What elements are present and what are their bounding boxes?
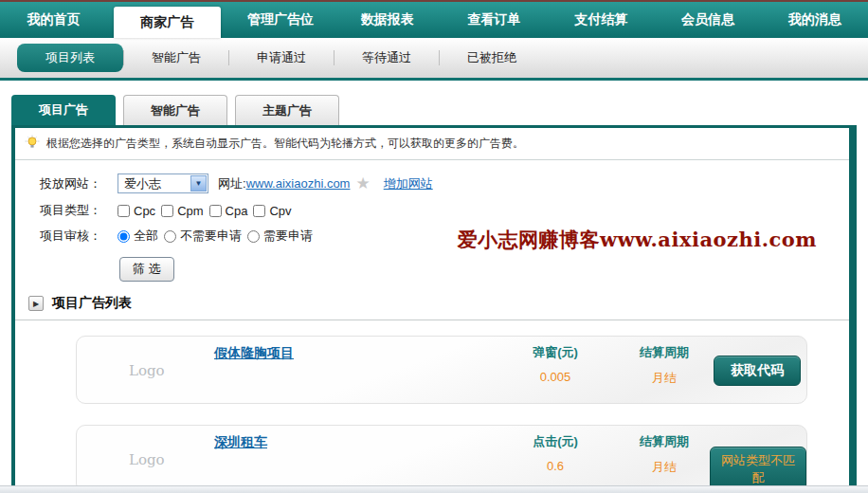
collapse-arrow-icon[interactable]: ▶: [28, 296, 44, 311]
ad-logo-placeholder: Logo: [129, 451, 165, 468]
site-label: 投放网站：: [40, 175, 118, 192]
watermark-text: 爱小志网赚博客www.aixiaozhi.com: [457, 227, 817, 253]
subnav-rejected[interactable]: 已被拒绝: [440, 49, 544, 66]
subnav-divider: [0, 78, 868, 81]
cpv-checkbox[interactable]: [253, 205, 265, 217]
site-select[interactable]: 爱小志 ▼: [118, 173, 208, 193]
checkbox-cpm[interactable]: Cpm: [161, 204, 203, 218]
filter-button[interactable]: 筛 选: [119, 257, 174, 282]
subnav-pending[interactable]: 等待通过: [335, 49, 439, 66]
filter-area: 投放网站： 爱小志 ▼ 网址: www.aixiaozhi.com ★ 增加网站…: [15, 160, 849, 282]
tab-theme-ads[interactable]: 主题广告: [235, 95, 339, 125]
nav-my-messages[interactable]: 我的消息: [761, 2, 868, 38]
url-label: 网址:: [218, 175, 246, 192]
checkbox-cpc[interactable]: Cpc: [118, 204, 155, 218]
radio-need-apply[interactable]: 需要申请: [247, 228, 313, 245]
nav-data-reports[interactable]: 数据报表: [334, 2, 441, 38]
tab-project-ads[interactable]: 项目广告: [11, 95, 116, 125]
cycle-header: 结算周期: [612, 433, 716, 450]
no-apply-radio[interactable]: [164, 230, 176, 243]
price-value: 0.6: [503, 459, 607, 473]
ad-type-tabs: 项目广告 智能广告 主题广告: [11, 95, 857, 125]
notice-bar: 根据您选择的广告类型，系统自动显示广告。智能代码为轮播方式，可以获取的更多的广告…: [15, 128, 849, 160]
no-apply-label: 不需要申请: [180, 228, 242, 245]
ad-name-link[interactable]: 假体隆胸项目: [214, 345, 294, 362]
need-apply-radio[interactable]: [247, 230, 260, 243]
cycle-header: 结算周期: [612, 344, 716, 361]
cpm-checkbox[interactable]: [161, 205, 173, 217]
ad-price-column: 点击(元) 0.6: [503, 433, 607, 473]
panel-body: 根据您选择的广告类型，系统自动显示广告。智能代码为轮播方式，可以获取的更多的广告…: [11, 125, 857, 485]
nav-merchant-ads[interactable]: 商家广告: [114, 7, 221, 38]
section-header: ▶ 项目广告列表: [15, 295, 849, 320]
chevron-down-icon: ▼: [190, 175, 207, 192]
ad-price-column: 弹窗(元) 0.005: [503, 344, 607, 384]
ad-cycle-column: 结算周期 月结: [612, 433, 716, 476]
all-label: 全部: [134, 228, 158, 245]
radio-all[interactable]: 全部: [118, 228, 158, 245]
add-site-link[interactable]: 增加网站: [384, 175, 433, 192]
ad-list-item: Logo 深圳租车 点击(元) 0.6 结算周期 月结 网站类型不匹配: [76, 425, 807, 493]
price-header: 点击(元): [503, 433, 607, 450]
need-apply-label: 需要申请: [263, 228, 313, 245]
nav-member-info[interactable]: 会员信息: [655, 2, 762, 38]
nav-payment-settlement[interactable]: 支付结算: [548, 2, 655, 38]
nav-manage-ad-slots[interactable]: 管理广告位: [227, 2, 335, 38]
site-select-value: 爱小志: [124, 175, 161, 192]
subnav-project-list[interactable]: 项目列表: [17, 44, 123, 72]
radio-no-apply[interactable]: 不需要申请: [164, 228, 242, 245]
checkbox-cpv[interactable]: Cpv: [253, 204, 291, 218]
cpm-label: Cpm: [177, 204, 203, 218]
ad-name-link[interactable]: 深圳租车: [214, 434, 267, 451]
price-value: 0.005: [503, 370, 607, 384]
subnav-smart-ads[interactable]: 智能广告: [124, 49, 228, 66]
cpc-checkbox[interactable]: [118, 205, 130, 217]
main-panel: 项目广告 智能广告 主题广告 根据您选择的广告类型，系统自动显示广告。智能代码为…: [11, 95, 857, 485]
cycle-value: 月结: [612, 370, 716, 387]
lightbulb-icon: [25, 135, 40, 153]
review-label: 项目审核：: [40, 228, 118, 245]
cpv-label: Cpv: [269, 204, 291, 218]
ad-list-item: Logo 假体隆胸项目 弹窗(元) 0.005 结算周期 月结 获取代码: [76, 336, 807, 404]
cpa-checkbox[interactable]: [209, 205, 222, 217]
ad-logo-placeholder: Logo: [129, 362, 165, 379]
price-header: 弹窗(元): [503, 344, 607, 361]
type-label: 项目类型：: [40, 202, 118, 219]
browser-status-bar: [0, 485, 868, 493]
nav-my-home[interactable]: 我的首页: [0, 2, 107, 38]
top-navigation: 我的首页 商家广告 管理广告位 数据报表 查看订单 支付结算 会员信息 我的消息: [0, 2, 868, 38]
nav-view-orders[interactable]: 查看订单: [441, 2, 548, 38]
site-url-link[interactable]: www.aixiaozhi.com: [246, 176, 351, 191]
notice-text: 根据您选择的广告类型，系统自动显示广告。智能代码为轮播方式，可以获取的更多的广告…: [46, 136, 524, 152]
cpc-label: Cpc: [134, 204, 155, 218]
section-title: 项目广告列表: [52, 295, 132, 312]
cpa-label: Cpa: [226, 204, 248, 218]
all-radio[interactable]: [118, 230, 130, 243]
sub-navigation: 项目列表 智能广告 申请通过 等待通过 已被拒绝: [0, 38, 868, 78]
checkbox-cpa[interactable]: Cpa: [209, 204, 248, 218]
star-icon: ★: [355, 173, 370, 193]
ad-cycle-column: 结算周期 月结: [612, 344, 716, 387]
subnav-approved[interactable]: 申请通过: [229, 49, 334, 66]
tab-smart-ads[interactable]: 智能广告: [123, 95, 227, 125]
cycle-value: 月结: [612, 459, 716, 476]
get-code-button[interactable]: 获取代码: [714, 356, 801, 386]
